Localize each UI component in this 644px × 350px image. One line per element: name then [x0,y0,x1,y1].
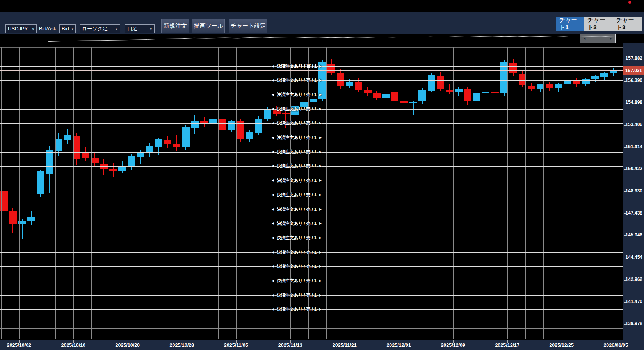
draw-tools-button[interactable]: 描画ツール [192,19,225,33]
order-right-arrow-icon[interactable]: ▶ [319,164,322,168]
chevron-down-icon: ∨ [115,27,118,31]
order-line-label[interactable]: 決済注文あり / 売 / 1 [277,306,317,312]
order-left-arrow-icon[interactable]: ◀ [272,164,274,168]
order-line-row: ◀決済注文あり / 売 / 1▶ [265,292,329,298]
date-label: 2026/01/05 [603,343,628,348]
order-right-arrow-icon[interactable]: ▶ [319,293,322,297]
order-right-arrow-icon[interactable]: ▶ [319,93,322,96]
symbol-select[interactable]: USDJPY ∨ [5,24,37,33]
order-line-row: ◀決済注文あり / 売 / 1▶ [265,163,329,169]
order-line-label[interactable]: 決済注文あり / 売 / 1 [277,120,317,126]
order-right-arrow-icon[interactable]: ▶ [319,136,322,139]
bid-select[interactable]: Bid ∨ [59,24,76,33]
timeframe-select[interactable]: 日足 ∨ [125,24,155,33]
order-right-arrow-icon[interactable]: ▶ [319,265,322,268]
order-left-arrow-icon[interactable]: ◀ [272,78,274,82]
order-line-label[interactable]: 決済注文あり / 売 / 1 [277,292,317,298]
order-left-arrow-icon[interactable]: ◀ [272,136,274,139]
order-left-arrow-icon[interactable]: ◀ [272,193,274,197]
price-axis-label: 141.470 [626,299,642,304]
price-axis-label: 150.422 [626,166,642,171]
tab-chart2[interactable]: チャート2 [584,17,613,31]
candle [391,90,398,103]
candle [173,135,180,151]
candlestick-chart[interactable]: ◀決済注文あり / 買 / 1▶◀決済注文あり / 売 / 1▶◀決済注文あり … [0,43,623,340]
candle [146,143,153,157]
order-left-arrow-icon[interactable]: ◀ [272,107,274,111]
timeframe-select-value: 日足 [127,25,137,32]
order-right-arrow-icon[interactable]: ▶ [319,251,322,254]
candle [500,60,508,96]
overview-strip[interactable]: ◄ ► [1,34,623,43]
date-label: 2025/11/05 [224,343,248,348]
order-left-arrow-icon[interactable]: ◀ [272,279,274,282]
order-left-arrow-icon[interactable]: ◀ [272,236,274,240]
current-price-badge: 157.031 [623,66,644,75]
order-right-arrow-icon[interactable]: ▶ [319,222,322,225]
order-left-arrow-icon[interactable]: ◀ [272,293,274,297]
order-line-label[interactable]: 決済注文あり / 売 / 1 [277,263,317,269]
order-line-label[interactable]: 決済注文あり / 売 / 1 [277,278,317,284]
order-line-row: ◀決済注文あり / 売 / 1▶ [265,77,329,83]
new-order-button[interactable]: 新規注文 [161,19,189,33]
candle [219,115,226,133]
order-line-row: ◀決済注文あり / 売 / 1▶ [265,235,329,241]
tab-chart3[interactable]: チャート3 [613,17,642,31]
order-left-arrow-icon[interactable]: ◀ [272,179,274,182]
order-line-label[interactable]: 決済注文あり / 売 / 1 [277,92,317,98]
order-left-arrow-icon[interactable]: ◀ [272,208,274,211]
order-line-label[interactable]: 決済注文あり / 売 / 1 [277,77,317,83]
chart-settings-button[interactable]: チャート設定 [229,19,267,33]
date-label: 2025/12/09 [441,343,465,348]
chart-type-select[interactable]: ローソク足 ∨ [80,24,120,33]
order-left-arrow-icon[interactable]: ◀ [272,93,274,96]
tab-chart1[interactable]: チャート1 [556,17,584,31]
order-right-arrow-icon[interactable]: ▶ [319,193,322,197]
order-left-arrow-icon[interactable]: ◀ [272,222,274,225]
candle [91,153,99,167]
order-right-arrow-icon[interactable]: ▶ [319,107,322,111]
candle [409,101,417,115]
order-right-arrow-icon[interactable]: ▶ [319,150,322,154]
order-right-arrow-icon[interactable]: ▶ [319,64,322,68]
candle [437,72,444,91]
order-line-label[interactable]: 決済注文あり / 売 / 1 [277,220,317,226]
candle [82,147,89,161]
bid-ask-label: Bid/Ask [39,26,56,32]
order-line-label[interactable]: 決済注文あり / 売 / 1 [277,235,317,241]
order-right-arrow-icon[interactable]: ▶ [319,208,322,211]
order-line-label[interactable]: 決済注文あり / 買 / 1 [277,63,317,69]
overview-range-slider[interactable]: ◄ ► [580,34,616,43]
order-right-arrow-icon[interactable]: ▶ [319,279,322,282]
date-label: 2025/12/25 [549,343,574,348]
order-left-arrow-icon[interactable]: ◀ [272,64,274,68]
current-price-line [0,70,623,71]
order-line-label[interactable]: 決済注文あり / 売 / 1 [277,149,317,155]
top-bar [0,0,644,12]
order-right-arrow-icon[interactable]: ▶ [319,307,322,311]
candle [428,73,435,92]
order-line-label[interactable]: 決済注文あり / 売 / 1 [277,106,317,112]
slider-right-arrow-icon[interactable]: ► [609,37,613,41]
order-right-arrow-icon[interactable]: ▶ [319,121,322,125]
order-line-label[interactable]: 決済注文あり / 売 / 1 [277,249,317,255]
order-left-arrow-icon[interactable]: ◀ [272,251,274,254]
candle [200,117,208,127]
order-left-arrow-icon[interactable]: ◀ [272,150,274,154]
date-axis: 2025/10/022025/10/102025/10/202025/10/28… [0,340,644,350]
order-line-label[interactable]: 決済注文あり / 売 / 1 [277,163,317,169]
order-line-label[interactable]: 決済注文あり / 売 / 1 [277,178,317,183]
order-line-row: ◀決済注文あり / 売 / 1▶ [265,306,329,312]
candle [191,115,199,134]
order-line-label[interactable]: 決済注文あり / 売 / 1 [277,135,317,140]
order-right-arrow-icon[interactable]: ▶ [319,78,322,82]
order-line-label[interactable]: 決済注文あり / 売 / 1 [277,206,317,212]
order-line-label[interactable]: 決済注文あり / 売 / 1 [277,192,317,198]
order-right-arrow-icon[interactable]: ▶ [319,236,322,240]
slider-left-arrow-icon[interactable]: ◄ [583,37,586,41]
bid-select-value: Bid [62,26,69,32]
order-left-arrow-icon[interactable]: ◀ [272,265,274,268]
order-left-arrow-icon[interactable]: ◀ [272,121,274,125]
order-left-arrow-icon[interactable]: ◀ [272,307,274,311]
order-right-arrow-icon[interactable]: ▶ [319,179,322,182]
